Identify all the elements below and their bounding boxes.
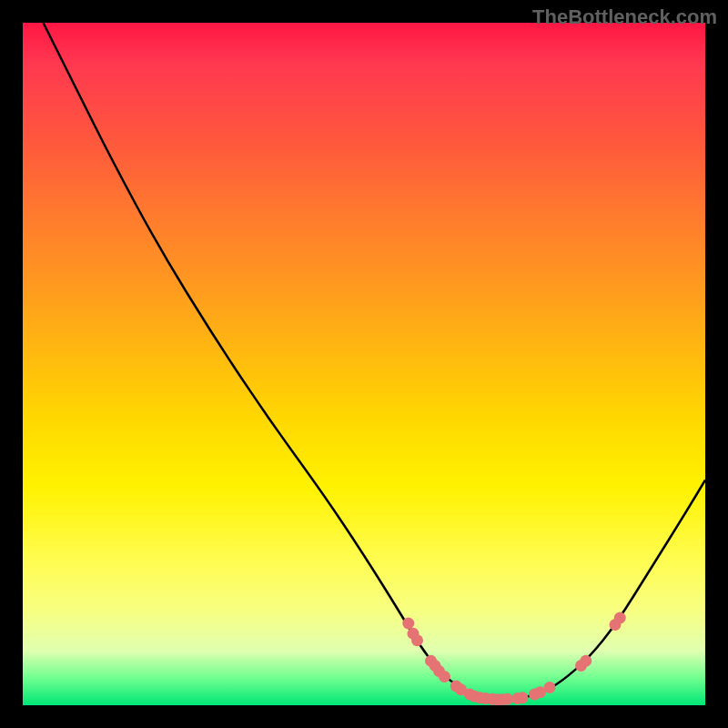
watermark-text: TheBottleneck.com bbox=[532, 5, 717, 29]
data-marker bbox=[439, 671, 450, 682]
data-marker bbox=[544, 682, 556, 693]
data-marker bbox=[402, 618, 414, 630]
data-marker bbox=[411, 634, 423, 646]
chart-svg bbox=[23, 23, 705, 705]
data-marker bbox=[614, 612, 626, 624]
chart-container bbox=[23, 23, 705, 705]
data-marker bbox=[517, 692, 529, 703]
data-marker bbox=[501, 693, 513, 705]
data-markers-group bbox=[402, 612, 626, 706]
bottleneck-curve-line bbox=[44, 23, 706, 700]
data-marker bbox=[580, 655, 592, 667]
